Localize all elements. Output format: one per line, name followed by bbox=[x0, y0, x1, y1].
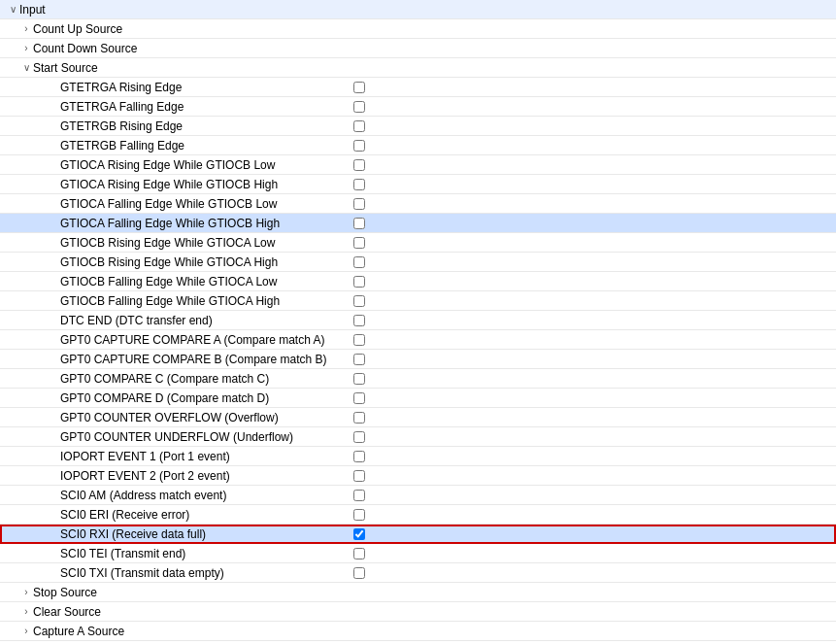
expand-icon[interactable]: › bbox=[19, 641, 33, 645]
row-label: SCI0 TXI (Transmit data empty) bbox=[60, 563, 224, 583]
row-checkbox[interactable] bbox=[353, 315, 365, 326]
expand-icon[interactable]: › bbox=[19, 583, 33, 602]
row-checkbox[interactable] bbox=[353, 451, 365, 462]
tree-row[interactable]: GTIOCA Rising Edge While GTIOCB Low bbox=[0, 155, 836, 175]
expand-icon[interactable]: › bbox=[19, 19, 33, 39]
row-label: GPT0 CAPTURE COMPARE A (Compare match A) bbox=[60, 330, 325, 350]
label-cell: GTETRGB Rising Edge bbox=[0, 117, 345, 136]
row-checkbox[interactable] bbox=[353, 159, 365, 171]
checkbox-cell bbox=[345, 276, 374, 288]
row-checkbox[interactable] bbox=[353, 373, 365, 385]
row-checkbox[interactable] bbox=[353, 431, 365, 443]
expand-icon[interactable]: › bbox=[19, 622, 33, 641]
checkbox-cell bbox=[345, 159, 374, 171]
row-label: GPT0 COUNTER UNDERFLOW (Underflow) bbox=[60, 427, 293, 447]
tree-row[interactable]: ›Stop Source bbox=[0, 583, 836, 602]
label-cell: ›Capture Source bbox=[0, 641, 345, 645]
tree-row[interactable]: GTIOCA Falling Edge While GTIOCB Low bbox=[0, 194, 836, 214]
row-checkbox[interactable] bbox=[353, 82, 365, 93]
tree-row[interactable]: ›Count Down Source bbox=[0, 39, 836, 58]
row-label: GTIOCA Rising Edge While GTIOCB Low bbox=[60, 155, 275, 175]
tree-row[interactable]: SCI0 TEI (Transmit end) bbox=[0, 544, 836, 563]
label-cell: GTIOCA Rising Edge While GTIOCB High bbox=[0, 175, 345, 194]
row-label: GPT0 COMPARE D (Compare match D) bbox=[60, 389, 269, 408]
checkbox-cell bbox=[345, 315, 374, 326]
tree-row[interactable]: DTC END (DTC transfer end) bbox=[0, 311, 836, 330]
row-label: GTETRGB Falling Edge bbox=[60, 136, 184, 155]
row-checkbox[interactable] bbox=[353, 528, 365, 540]
tree-row[interactable]: GTIOCB Rising Edge While GTIOCA High bbox=[0, 253, 836, 272]
tree-row[interactable]: GPT0 COMPARE C (Compare match C) bbox=[0, 369, 836, 389]
row-checkbox[interactable] bbox=[353, 218, 365, 229]
tree-row[interactable]: GTIOCB Rising Edge While GTIOCA Low bbox=[0, 233, 836, 253]
label-cell: SCI0 TXI (Transmit data empty) bbox=[0, 563, 345, 583]
checkbox-cell bbox=[345, 179, 374, 190]
row-label: Capture A Source bbox=[33, 622, 124, 641]
tree-row[interactable]: IOPORT EVENT 1 (Port 1 event) bbox=[0, 447, 836, 466]
row-label: Start Source bbox=[33, 58, 98, 78]
label-cell: GPT0 CAPTURE COMPARE A (Compare match A) bbox=[0, 330, 345, 350]
row-checkbox[interactable] bbox=[353, 470, 365, 482]
row-checkbox[interactable] bbox=[353, 412, 365, 424]
tree-row[interactable]: ›Clear Source bbox=[0, 602, 836, 622]
label-cell: ›Stop Source bbox=[0, 583, 345, 602]
tree-row[interactable]: GTIOCA Rising Edge While GTIOCB High bbox=[0, 175, 836, 194]
expand-icon[interactable]: › bbox=[19, 602, 33, 622]
label-cell: SCI0 AM (Address match event) bbox=[0, 486, 345, 505]
label-cell: ›Capture A Source bbox=[0, 622, 345, 641]
row-checkbox[interactable] bbox=[353, 567, 365, 579]
row-checkbox[interactable] bbox=[353, 295, 365, 307]
tree-row[interactable]: GTIOCB Falling Edge While GTIOCA Low bbox=[0, 272, 836, 291]
row-checkbox[interactable] bbox=[353, 354, 365, 365]
row-checkbox[interactable] bbox=[353, 276, 365, 288]
row-checkbox[interactable] bbox=[353, 490, 365, 501]
tree-row[interactable]: GPT0 COUNTER OVERFLOW (Overflow) bbox=[0, 408, 836, 427]
tree-row[interactable]: ›Count Up Source bbox=[0, 19, 836, 39]
tree-row[interactable]: GTIOCB Falling Edge While GTIOCA High bbox=[0, 291, 836, 311]
tree-row[interactable]: GPT0 CAPTURE COMPARE A (Compare match A) bbox=[0, 330, 836, 350]
row-checkbox[interactable] bbox=[353, 334, 365, 346]
row-label: Capture Source bbox=[33, 641, 115, 645]
tree-row[interactable]: GTETRGB Falling Edge bbox=[0, 136, 836, 155]
expand-icon[interactable]: › bbox=[19, 39, 33, 58]
row-checkbox[interactable] bbox=[353, 392, 365, 404]
tree-row[interactable]: ›Capture A Source bbox=[0, 622, 836, 641]
tree-row[interactable]: ∨Input bbox=[0, 0, 836, 19]
tree-row[interactable]: SCI0 RXI (Receive data full) bbox=[0, 525, 836, 544]
row-checkbox[interactable] bbox=[353, 509, 365, 521]
row-checkbox[interactable] bbox=[353, 120, 365, 132]
tree-row[interactable]: GTETRGA Falling Edge bbox=[0, 97, 836, 117]
row-checkbox[interactable] bbox=[353, 256, 365, 268]
tree-row[interactable]: GTETRGA Rising Edge bbox=[0, 78, 836, 97]
tree-row[interactable]: SCI0 TXI (Transmit data empty) bbox=[0, 563, 836, 583]
row-checkbox[interactable] bbox=[353, 548, 365, 559]
checkbox-cell bbox=[345, 373, 374, 385]
checkbox-cell bbox=[345, 548, 374, 559]
row-checkbox[interactable] bbox=[353, 179, 365, 190]
tree-row[interactable]: GTIOCA Falling Edge While GTIOCB High bbox=[0, 214, 836, 233]
row-checkbox[interactable] bbox=[353, 237, 365, 249]
tree-row[interactable]: GPT0 COMPARE D (Compare match D) bbox=[0, 389, 836, 408]
checkbox-cell bbox=[345, 218, 374, 229]
row-label: GTIOCB Rising Edge While GTIOCA Low bbox=[60, 233, 275, 253]
collapse-icon[interactable]: ∨ bbox=[19, 58, 33, 78]
tree-row[interactable]: GPT0 COUNTER UNDERFLOW (Underflow) bbox=[0, 427, 836, 447]
label-cell: GPT0 COMPARE C (Compare match C) bbox=[0, 369, 345, 389]
row-label: GTIOCA Rising Edge While GTIOCB High bbox=[60, 175, 278, 194]
collapse-icon[interactable]: ∨ bbox=[6, 0, 19, 19]
checkbox-cell bbox=[345, 528, 374, 540]
row-checkbox[interactable] bbox=[353, 140, 365, 152]
tree-row[interactable]: ∨Start Source bbox=[0, 58, 836, 78]
tree-row[interactable]: GTETRGB Rising Edge bbox=[0, 117, 836, 136]
tree-row[interactable]: SCI0 ERI (Receive error) bbox=[0, 505, 836, 525]
label-cell: GTIOCA Rising Edge While GTIOCB Low bbox=[0, 155, 345, 175]
row-checkbox[interactable] bbox=[353, 198, 365, 210]
label-cell: ›Count Down Source bbox=[0, 39, 345, 58]
row-label: SCI0 TEI (Transmit end) bbox=[60, 544, 185, 563]
label-cell: GTIOCB Rising Edge While GTIOCA High bbox=[0, 253, 345, 272]
tree-row[interactable]: GPT0 CAPTURE COMPARE B (Compare match B) bbox=[0, 350, 836, 369]
checkbox-cell bbox=[345, 470, 374, 482]
row-checkbox[interactable] bbox=[353, 101, 365, 113]
tree-row[interactable]: IOPORT EVENT 2 (Port 2 event) bbox=[0, 466, 836, 486]
tree-row[interactable]: SCI0 AM (Address match event) bbox=[0, 486, 836, 505]
